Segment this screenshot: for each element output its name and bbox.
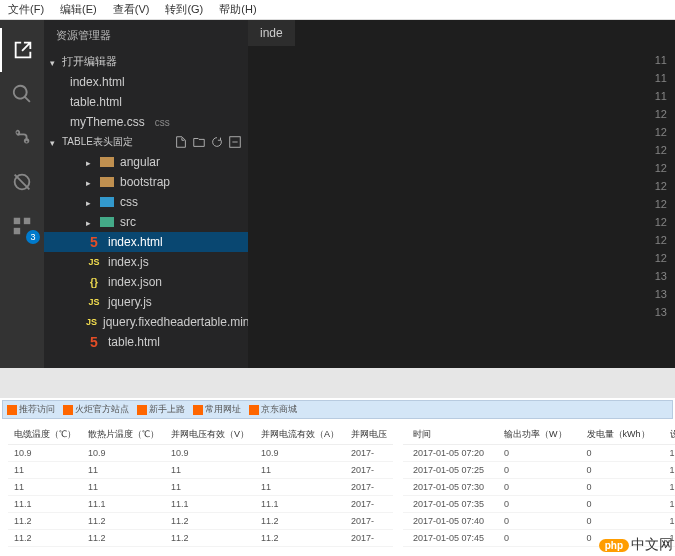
table-cell: 11.1 [165, 496, 255, 513]
activity-source-control[interactable] [0, 116, 44, 160]
table-cell: 0 [494, 445, 577, 462]
menu-item[interactable]: 帮助(H) [211, 2, 264, 17]
table-cell: 11 [255, 462, 345, 479]
open-editor-item[interactable]: index.html [44, 72, 248, 92]
column-header: 并网电流有效（A） [255, 425, 345, 445]
table-cell: 11 [8, 479, 82, 496]
bookmark-item[interactable]: 推荐访问 [7, 403, 55, 416]
line-number: 12 [248, 249, 675, 267]
folder-item[interactable]: src [44, 212, 248, 232]
table-cell: 10.9 [8, 445, 82, 462]
table-cell: 2017-01-05 07:20 [403, 445, 494, 462]
bookmark-item[interactable]: 常用网址 [193, 403, 241, 416]
data-table-left: 电缆温度（℃）散热片温度（℃）并网电压有效（V）并网电流有效（A）并网电压10.… [8, 425, 393, 547]
svg-rect-2 [14, 218, 20, 224]
file-item[interactable]: JSjquery.js [44, 292, 248, 312]
table-cell: 2017-01-05 07:25 [403, 462, 494, 479]
folder-icon [100, 197, 114, 207]
table-cell: 2017- [345, 513, 393, 530]
table-cell: 11.3 [660, 479, 675, 496]
menu-item[interactable]: 转到(G) [157, 2, 211, 17]
folder-icon [100, 157, 114, 167]
table-cell: 11.1 [255, 496, 345, 513]
table-row: 2017-01-05 07:250011.311.3 [403, 462, 675, 479]
table-row: 2017-01-05 07:300011.311.3 [403, 479, 675, 496]
table-cell: 10.9 [165, 445, 255, 462]
editor-tab[interactable]: inde [248, 20, 295, 47]
file-label: myTheme.css [70, 115, 145, 129]
column-header: 并网电压有效（V） [165, 425, 255, 445]
line-number: 11 [248, 69, 675, 87]
table-cell: 11.2 [165, 530, 255, 547]
table-cell: 11.2 [255, 513, 345, 530]
collapse-icon[interactable] [228, 135, 242, 149]
table-cell: 11.2 [8, 530, 82, 547]
table-cell: 11.2 [82, 513, 165, 530]
file-item[interactable]: JSindex.js [44, 252, 248, 272]
open-editor-item[interactable]: table.html [44, 92, 248, 112]
editor-area: inde 111111121212121212121212131313 [248, 20, 675, 368]
line-number: 12 [248, 159, 675, 177]
table-cell: 11.2 [82, 530, 165, 547]
column-header: 并网电压 [345, 425, 393, 445]
file-item[interactable]: JSjquery.fixedheadertable.min.js [44, 312, 248, 332]
folder-actions [174, 135, 242, 149]
line-number-gutter: 111111121212121212121212131313 [248, 47, 675, 325]
menu-item[interactable]: 文件(F) [0, 2, 52, 17]
table-cell: 0 [494, 530, 577, 547]
bookmark-item[interactable]: 火炬官方站点 [63, 403, 129, 416]
folder-item[interactable]: css [44, 192, 248, 212]
tree-item-label: bootstrap [120, 175, 170, 189]
table-cell: 2017-01-05 07:30 [403, 479, 494, 496]
column-header: 发电量（kWh） [577, 425, 660, 445]
column-header: 时间 [403, 425, 494, 445]
tree-item-label: jquery.js [108, 295, 152, 309]
tree-item-label: index.html [108, 235, 163, 249]
explorer-sidebar: 资源管理器 打开编辑器 index.htmltable.htmlmyTheme.… [44, 20, 248, 368]
open-editor-item[interactable]: myTheme.csscss [44, 112, 248, 132]
table-cell: 2017- [345, 530, 393, 547]
table-cell: 2017- [345, 496, 393, 513]
table-cell: 2017- [345, 479, 393, 496]
new-folder-icon[interactable] [192, 135, 206, 149]
line-number: 13 [248, 303, 675, 321]
file-item[interactable]: 5table.html [44, 332, 248, 352]
file-label: table.html [70, 95, 122, 109]
column-header: 输出功率（W） [494, 425, 577, 445]
column-header: 设备温度（℃） [660, 425, 675, 445]
activity-extensions[interactable]: 3 [0, 204, 44, 248]
file-label: index.html [70, 75, 125, 89]
folder-item[interactable]: angular [44, 152, 248, 172]
file-item[interactable]: {}index.json [44, 272, 248, 292]
table-row: 111111112017- [8, 479, 393, 496]
activity-explorer[interactable] [0, 28, 44, 72]
open-editors-header[interactable]: 打开编辑器 [44, 51, 248, 72]
refresh-icon[interactable] [210, 135, 224, 149]
new-file-icon[interactable] [174, 135, 188, 149]
line-number: 12 [248, 123, 675, 141]
line-number: 12 [248, 105, 675, 123]
table-row: 2017-01-05 07:350011.411.4 [403, 496, 675, 513]
bookmark-item[interactable]: 京东商城 [249, 403, 297, 416]
table-cell: 11 [82, 462, 165, 479]
menu-item[interactable]: 查看(V) [105, 2, 158, 17]
data-table-right: 时间输出功率（W）发电量（kWh）设备温度（℃）电缆温度（℃）2017-01-0… [403, 425, 675, 547]
folder-header[interactable]: TABLE表头固定 [44, 132, 248, 152]
table-cell: 11.2 [8, 513, 82, 530]
activity-debug[interactable] [0, 160, 44, 204]
file-item[interactable]: 5index.html [44, 232, 248, 252]
bookmark-item[interactable]: 新手上路 [137, 403, 185, 416]
column-header: 散热片温度（℃） [82, 425, 165, 445]
table-cell: 11.1 [8, 496, 82, 513]
chevron-right-icon [86, 195, 94, 209]
watermark: php 中文网 [599, 536, 673, 554]
menu-item[interactable]: 编辑(E) [52, 2, 105, 17]
activity-search[interactable] [0, 72, 44, 116]
table-cell: 0 [577, 479, 660, 496]
chevron-right-icon [86, 215, 94, 229]
js-icon: JS [86, 314, 97, 330]
line-number: 12 [248, 231, 675, 249]
table-cell: 2017- [345, 462, 393, 479]
table-cell: 11.3 [660, 445, 675, 462]
folder-item[interactable]: bootstrap [44, 172, 248, 192]
